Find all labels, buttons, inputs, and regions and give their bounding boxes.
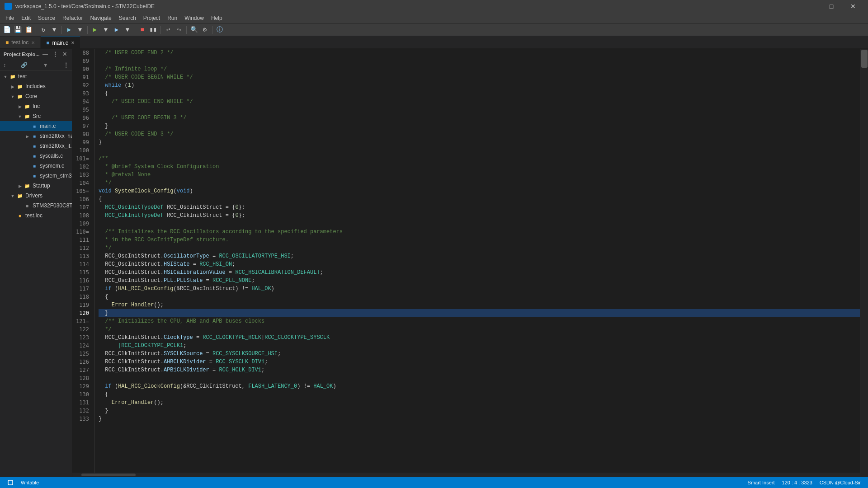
tree-item-syscalls[interactable]: ■ syscalls.c (0, 151, 72, 161)
code-line-118[interactable]: { (99, 293, 860, 301)
sidebar-menu-icon[interactable]: ⋮ (51, 51, 59, 58)
tree-item-sysmem[interactable]: ■ sysmem.c (0, 161, 72, 171)
vertical-scrollbar-area[interactable] (860, 49, 868, 477)
code-line-89[interactable] (99, 57, 860, 65)
undo-button[interactable]: ↩ (163, 25, 173, 35)
menu-window[interactable]: Window (181, 13, 208, 23)
code-line-90[interactable]: /* Infinite loop */ (99, 65, 860, 73)
debug-dropdown-button[interactable]: ▼ (123, 25, 132, 35)
run-dropdown-button[interactable]: ▼ (101, 25, 111, 35)
debug-button[interactable]: ▶ (112, 25, 122, 35)
code-line-113[interactable]: RCC_OscInitStruct.OscillatorType = RCC_O… (99, 252, 860, 260)
tree-item-drivers[interactable]: 📁 Drivers (0, 191, 72, 201)
code-line-133[interactable]: } (99, 415, 860, 423)
tab-main-c[interactable]: ■ main.c ✕ (41, 37, 80, 48)
code-line-101[interactable]: /** (99, 155, 860, 163)
close-button[interactable]: ✕ (843, 0, 863, 13)
status-cube-icon[interactable] (4, 477, 17, 488)
refresh-button[interactable]: ↻ (38, 25, 48, 35)
code-line-127[interactable]: RCC_ClkInitStruct.APB1CLKDivider = RCC_H… (99, 366, 860, 374)
code-line-95[interactable] (99, 106, 860, 114)
code-line-128[interactable] (99, 374, 860, 382)
code-line-108[interactable]: RCC_ClkInitTypeDef RCC_ClkInitStruct = {… (99, 211, 860, 220)
code-line-110[interactable]: /** Initializes the RCC Oscillators acco… (99, 228, 860, 236)
code-line-116[interactable]: RCC_OscInitStruct.PLL.PLLState = RCC_PLL… (99, 277, 860, 285)
code-line-92[interactable]: while (1) (99, 81, 860, 89)
code-line-88[interactable]: /* USER CODE END 2 */ (99, 49, 860, 57)
redo-button[interactable]: ↪ (174, 25, 184, 35)
tree-item-stm32it[interactable]: ■ stm32f0xx_it.c (0, 141, 72, 151)
code-line-91[interactable]: /* USER CODE BEGIN WHILE */ (99, 73, 860, 81)
horizontal-scrollbar[interactable] (72, 473, 860, 477)
code-line-126[interactable]: RCC_ClkInitStruct.AHBCLKDivider = RCC_SY… (99, 358, 860, 366)
code-line-114[interactable]: RCC_OscInitStruct.HSIState = RCC_HSI_ON; (99, 260, 860, 268)
minimize-button[interactable]: – (799, 0, 820, 13)
collapse-all-icon[interactable]: ↕ (2, 61, 7, 69)
tree-item-main-c[interactable]: ■ main.c (0, 121, 72, 131)
code-line-97[interactable]: } (99, 122, 860, 130)
code-line-109[interactable] (99, 220, 860, 228)
menu-navigate[interactable]: Navigate (86, 13, 115, 23)
code-line-93[interactable]: { (99, 89, 860, 98)
tab-test-ioc-close[interactable]: ✕ (31, 40, 35, 45)
code-line-104[interactable]: */ (99, 179, 860, 187)
filter-icon[interactable]: ▼ (42, 61, 50, 69)
tree-item-system-stm32[interactable]: ■ system_stm32... (0, 171, 72, 181)
tree-item-core[interactable]: 📁 Core (0, 91, 72, 101)
code-line-124[interactable]: |RCC_CLOCKTYPE_PCLK1; (99, 342, 860, 350)
menu-run[interactable]: Run (164, 13, 181, 23)
search-toolbar-button[interactable]: 🔍 (189, 25, 199, 35)
code-line-131[interactable]: Error_Handler(); (99, 399, 860, 407)
code-line-107[interactable]: RCC_OscInitTypeDef RCC_OscInitStruct = {… (99, 203, 860, 211)
status-writable[interactable]: Writable (17, 477, 42, 488)
code-line-132[interactable]: } (99, 407, 860, 415)
code-line-123[interactable]: RCC_ClkInitStruct.ClockType = RCC_CLOCKT… (99, 333, 860, 342)
menu-refactor[interactable]: Refactor (59, 13, 86, 23)
tree-item-inc[interactable]: 📁 Inc (0, 101, 72, 111)
code-container[interactable]: 888990919293949596979899100101=102103104… (72, 49, 860, 473)
menu-source[interactable]: Source (34, 13, 59, 23)
code-line-120[interactable]: } (99, 309, 860, 317)
code-line-121[interactable]: /** Initializes the CPU, AHB and APB bus… (99, 317, 860, 325)
save-all-button[interactable]: 📋 (24, 25, 33, 35)
stop-button[interactable]: ■ (137, 25, 147, 35)
scrollbar-thumb[interactable] (81, 474, 136, 476)
code-line-129[interactable]: if (HAL_RCC_ClockConfig(&RCC_ClkInitStru… (99, 382, 860, 390)
maximize-button[interactable]: □ (821, 0, 842, 13)
code-line-102[interactable]: * @brief System Clock Configuration (99, 163, 860, 171)
new-file-button[interactable]: 📄 (2, 25, 12, 35)
code-line-125[interactable]: RCC_ClkInitStruct.SYSCLKSource = RCC_SYS… (99, 350, 860, 358)
debug-config-button[interactable]: ▼ (49, 25, 59, 35)
sidebar-collapse-icon[interactable]: — (41, 51, 49, 58)
code-line-115[interactable]: RCC_OscInitStruct.HSICalibrationValue = … (99, 268, 860, 277)
code-line-100[interactable] (99, 146, 860, 155)
info-button[interactable]: ⓘ (215, 25, 225, 35)
tree-item-test[interactable]: 📁 test (0, 71, 72, 81)
tab-test-ioc[interactable]: ■ test.ioc ✕ (0, 37, 41, 48)
menu-project[interactable]: Project (140, 13, 164, 23)
code-lines[interactable]: /* USER CODE END 2 */ /* Infinite loop *… (95, 49, 860, 473)
menu-edit[interactable]: Edit (18, 13, 34, 23)
code-line-112[interactable]: */ (99, 244, 860, 252)
tree-item-stm32ha[interactable]: ■ stm32f0xx_ha... (0, 131, 72, 141)
tree-item-src[interactable]: 📁 Src (0, 111, 72, 121)
code-line-96[interactable]: /* USER CODE BEGIN 3 */ (99, 114, 860, 122)
tree-item-startup[interactable]: 📁 Startup (0, 181, 72, 191)
vertical-scrollbar-thumb[interactable] (861, 50, 868, 68)
sidebar-close-icon[interactable]: ✕ (61, 51, 68, 58)
code-line-105[interactable]: void SystemClock_Config(void) (99, 187, 860, 195)
menu-help[interactable]: Help (208, 13, 226, 23)
code-line-122[interactable]: */ (99, 325, 860, 333)
code-line-98[interactable]: /* USER CODE END 3 */ (99, 130, 860, 138)
build-dropdown-button[interactable]: ▼ (75, 25, 85, 35)
view-menu-icon[interactable]: ⋮ (62, 61, 70, 69)
save-button[interactable]: 💾 (13, 25, 23, 35)
code-line-106[interactable]: { (99, 195, 860, 203)
tree-item-test-ioc[interactable]: ■ test.ioc (0, 211, 72, 221)
project-tree[interactable]: 📁 test 📁 Includes 📁 Core 📁 Inc (0, 70, 72, 477)
tree-item-stm32fl[interactable]: ■ STM32F030C8TX_FL... (0, 201, 72, 211)
code-line-117[interactable]: if (HAL_RCC_OscConfig(&RCC_OscInitStruct… (99, 285, 860, 293)
code-line-130[interactable]: { (99, 390, 860, 399)
run-button[interactable]: ▶ (90, 25, 100, 35)
link-editor-icon[interactable]: 🔗 (19, 61, 29, 69)
